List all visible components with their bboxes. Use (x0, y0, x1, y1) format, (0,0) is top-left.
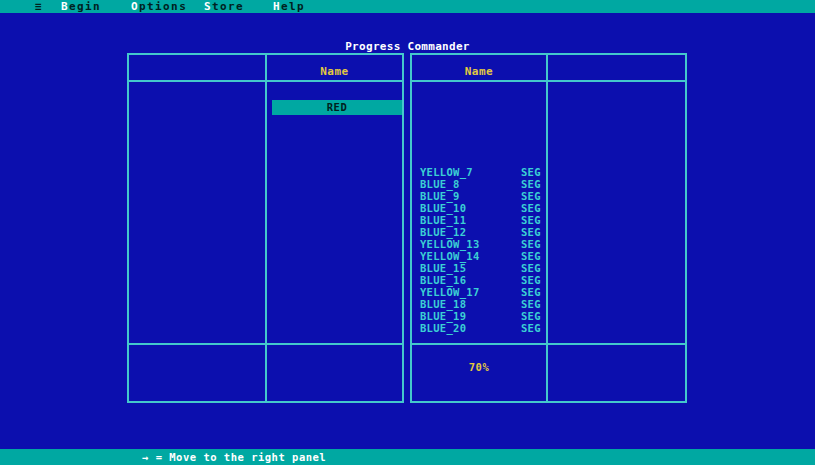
file-row[interactable]: YELLOW_13SEG (412, 238, 546, 250)
page-title: Progress Commander (127, 41, 688, 53)
left-panel-status-separator (129, 343, 402, 345)
file-ext: SEG (521, 322, 541, 334)
menu-hotkey: B (61, 0, 69, 13)
file-name: BLUE_15 (420, 262, 466, 274)
file-name: YELLOW_17 (420, 286, 480, 298)
file-name: BLUE_11 (420, 214, 466, 226)
file-row[interactable]: BLUE_9SEG (412, 190, 546, 202)
left-panel: Name RED (127, 53, 404, 403)
file-name: BLUE_10 (420, 202, 466, 214)
menu-item-store[interactable]: Store (204, 0, 244, 13)
file-row[interactable]: YELLOW_7SEG (412, 166, 546, 178)
file-row[interactable]: BLUE_18SEG (412, 298, 546, 310)
menu-hotkey: S (204, 0, 212, 13)
file-ext: SEG (521, 298, 541, 310)
right-panel-header-separator (412, 80, 685, 82)
file-row[interactable]: BLUE_19SEG (412, 310, 546, 322)
file-ext: SEG (521, 286, 541, 298)
hamburger-menu-icon[interactable]: ≡ (35, 0, 43, 13)
menu-item-begin[interactable]: Begin (61, 0, 101, 13)
file-name: YELLOW_7 (420, 166, 473, 178)
screen: ≡ Begin Options Store Help Progress Comm… (0, 0, 815, 465)
file-ext: SEG (521, 238, 541, 250)
menu-label: elp (281, 0, 305, 13)
file-ext: SEG (521, 166, 541, 178)
right-panel-column-divider (546, 55, 548, 401)
left-panel-name-header: Name (267, 65, 402, 79)
left-panel-column-divider (265, 55, 267, 401)
status-hint: → = Move to the right panel (142, 449, 326, 465)
file-name: BLUE_8 (420, 178, 460, 190)
file-name: BLUE_9 (420, 190, 460, 202)
file-ext: SEG (521, 262, 541, 274)
file-ext: SEG (521, 178, 541, 190)
file-ext: SEG (521, 202, 541, 214)
file-name: YELLOW_13 (420, 238, 480, 250)
file-row[interactable]: YELLOW_17SEG (412, 286, 546, 298)
file-row[interactable]: BLUE_8SEG (412, 178, 546, 190)
file-row[interactable]: BLUE_16SEG (412, 274, 546, 286)
file-row[interactable]: BLUE_10SEG (412, 202, 546, 214)
file-row[interactable]: BLUE_20SEG (412, 322, 546, 334)
file-name: BLUE_12 (420, 226, 466, 238)
file-row[interactable]: BLUE_12SEG (412, 226, 546, 238)
file-name: BLUE_16 (420, 274, 466, 286)
file-ext: SEG (521, 226, 541, 238)
menu-label: egin (69, 0, 101, 13)
menu-item-options[interactable]: Options (131, 0, 187, 13)
file-list: YELLOW_7SEG BLUE_8SEG BLUE_9SEG BLUE_10S… (412, 166, 546, 334)
file-name: BLUE_18 (420, 298, 466, 310)
file-ext: SEG (521, 190, 541, 202)
file-row[interactable]: BLUE_11SEG (412, 214, 546, 226)
file-name: BLUE_20 (420, 322, 466, 334)
menu-item-help[interactable]: Help (273, 0, 305, 13)
file-row[interactable]: YELLOW_14SEG (412, 250, 546, 262)
progress-percentage: 70% (412, 360, 546, 374)
left-panel-header-separator (129, 80, 402, 82)
selected-file-red[interactable]: RED (272, 100, 402, 115)
file-ext: SEG (521, 214, 541, 226)
menu-hotkey: O (131, 0, 139, 13)
menu-label: ptions (139, 0, 187, 13)
file-name: YELLOW_14 (420, 250, 480, 262)
file-ext: SEG (521, 274, 541, 286)
menu-label: tore (212, 0, 244, 13)
file-ext: SEG (521, 250, 541, 262)
menu-bar: ≡ Begin Options Store Help (0, 0, 815, 13)
right-panel: Name YELLOW_7SEG BLUE_8SEG BLUE_9SEG BLU… (410, 53, 687, 403)
menu-hotkey: H (273, 0, 281, 13)
right-panel-status-separator (412, 343, 685, 345)
file-row[interactable]: BLUE_15SEG (412, 262, 546, 274)
file-ext: SEG (521, 310, 541, 322)
right-panel-name-header: Name (412, 65, 546, 79)
status-bar: → = Move to the right panel (0, 449, 815, 465)
file-name: BLUE_19 (420, 310, 466, 322)
